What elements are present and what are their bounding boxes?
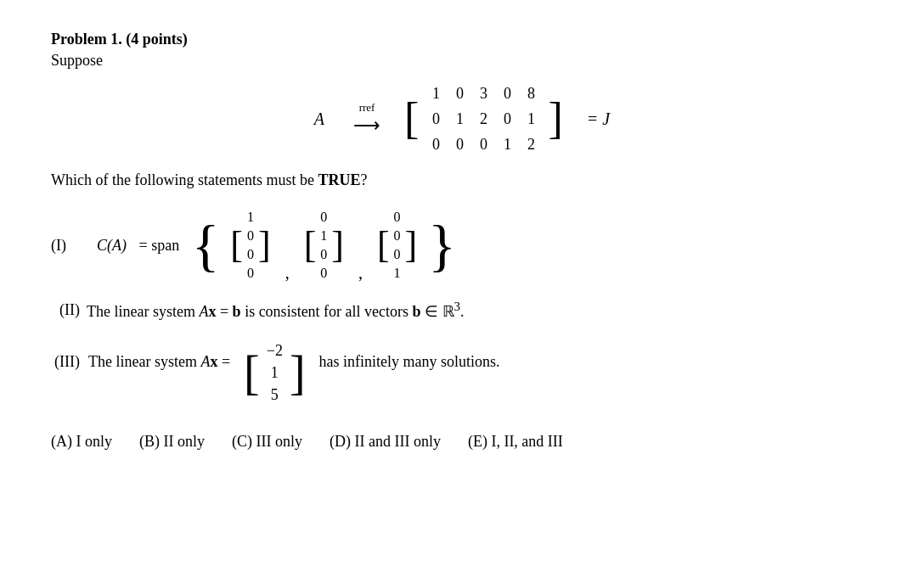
col3-cells: 0 0 0 1	[390, 206, 405, 284]
col2-right: ]	[331, 206, 344, 284]
col2-left: [	[304, 206, 317, 284]
rhs-right-bracket: ]	[290, 338, 306, 407]
choice-C[interactable]: (C) III only	[232, 433, 302, 451]
equals-span-text: = span	[135, 237, 183, 255]
question-text: Which of the following statements must b…	[51, 171, 318, 188]
suppose-text: Suppose	[51, 52, 103, 69]
col1-cells: 1 0 0 0	[243, 206, 258, 284]
matrix-cells: 10308 01201 00012	[419, 78, 548, 160]
statement-III-label: (III)	[54, 338, 80, 371]
answer-choices: (A) I only (B) II only (C) III only (D) …	[51, 433, 873, 451]
statement-I-label: (I)	[51, 237, 88, 255]
col-vector-rhs: [ −2 1 5 ]	[244, 338, 305, 407]
matrix-a-label: A	[314, 109, 324, 129]
question-line: Which of the following statements must b…	[51, 171, 873, 189]
right-curly: }	[428, 216, 456, 274]
col3-left: [	[377, 206, 390, 284]
choice-A[interactable]: (A) I only	[51, 433, 112, 451]
col-vector-2: [ 0 1 0 0 ]	[304, 206, 344, 284]
choice-D[interactable]: (D) II and III only	[330, 433, 441, 451]
rhs-left-bracket: [	[244, 338, 260, 407]
col2-cells: 0 1 0 0	[316, 206, 331, 284]
comma-1: ,	[285, 263, 290, 284]
ca-text: C(A)	[97, 237, 127, 255]
matrix-equation-row: A rref ⟶ [ 10308 01201 00012 ] = J	[51, 78, 873, 160]
suppose-line: Suppose	[51, 52, 873, 70]
rhs-cells: −2 1 5	[260, 338, 290, 407]
col-vector-1: [ 1 0 0 0 ]	[230, 206, 270, 284]
problem-header: Problem 1. (4 points) Suppose	[51, 31, 873, 70]
statement-II-label: (II)	[59, 301, 80, 319]
col1-right: ]	[258, 206, 271, 284]
rref-text: rref	[359, 101, 375, 115]
choice-B[interactable]: (B) II only	[139, 433, 205, 451]
right-bracket: ]	[548, 78, 562, 160]
left-curly: {	[192, 216, 220, 274]
statement-III-post: has infinitely many solutions.	[319, 338, 500, 371]
statement-I: (I) C(A) = span { [ 1 0 0 0 ] , [ 0 1 0 …	[51, 206, 873, 284]
col-vector-3-I: [ 0 0 0 1 ]	[377, 206, 417, 284]
equals-j-label: = J	[587, 109, 610, 129]
statement-III: (III) The linear system Ax = [ −2 1 5 ] …	[51, 338, 873, 407]
col1-left: [	[230, 206, 243, 284]
question-bold: TRUE	[318, 171, 360, 188]
col3-right: ]	[405, 206, 418, 284]
statement-II-text: The linear system Ax = b is consistent f…	[87, 300, 465, 321]
matrix-J: [ 10308 01201 00012 ]	[404, 78, 563, 160]
statement-III-pre: The linear system Ax =	[88, 338, 230, 371]
question-end: ?	[360, 171, 367, 188]
header-label: Problem 1. (4 points)	[51, 31, 188, 48]
arrow-symbol: ⟶	[353, 115, 380, 137]
choice-E[interactable]: (E) I, II, and III	[468, 433, 563, 451]
comma-2: ,	[358, 263, 363, 284]
header-text: Problem 1. (4 points)	[51, 31, 873, 48]
rref-arrow: rref ⟶	[353, 101, 380, 137]
statement-II: (II) The linear system Ax = b is consist…	[51, 300, 873, 321]
left-bracket: [	[404, 78, 419, 160]
